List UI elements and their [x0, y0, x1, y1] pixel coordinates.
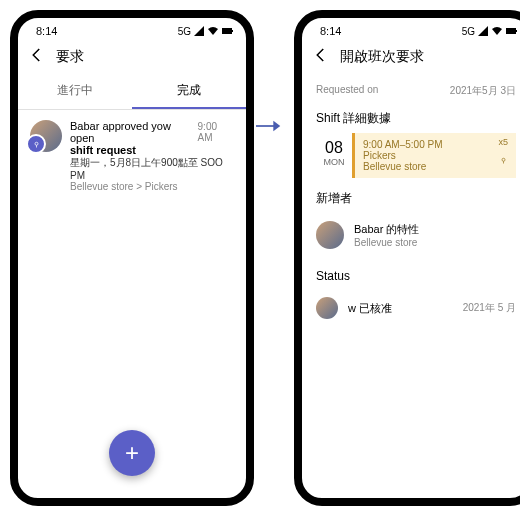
back-icon[interactable]	[312, 46, 330, 68]
status-row: w 已核准 2021年 5 月	[302, 289, 520, 327]
shift-row[interactable]: 08 MON 9:00 AM–5:00 PM Pickers Bellevue …	[302, 133, 520, 178]
clock: 8:14	[36, 25, 57, 37]
item-line2: shift request	[70, 144, 234, 156]
status-date: 2021年 5 月	[463, 301, 516, 315]
phone-left: 8:14 5G 要求 進行中 完成 Babar approved yow ope…	[10, 10, 254, 506]
page-title: 要求	[56, 48, 84, 66]
requested-on-date: 2021年5月 3日	[450, 84, 516, 98]
page-title: 開啟班次要求	[340, 48, 424, 66]
item-line4: Bellevue store > Pickers	[70, 181, 234, 192]
svg-rect-0	[222, 28, 232, 34]
fab-add[interactable]: +	[109, 430, 155, 476]
plus-icon: +	[125, 439, 139, 467]
tab-done[interactable]: 完成	[132, 74, 246, 109]
shift-count: x5	[498, 137, 508, 147]
status-bar: 8:14 5G	[302, 18, 520, 40]
shift-card: 9:00 AM–5:00 PM Pickers Bellevue store x…	[352, 133, 516, 178]
shift-store: Bellevue store	[363, 161, 508, 172]
status-icons: 5G	[178, 26, 234, 37]
svg-rect-4	[506, 28, 516, 34]
item-body: Babar approved yow open 9:00 AM shift re…	[70, 120, 234, 192]
requested-on-label: Requested on	[316, 84, 378, 98]
status-label: Status	[302, 257, 520, 289]
added-by-label: 新增者	[302, 178, 520, 213]
clock: 8:14	[320, 25, 341, 37]
signal-icon	[194, 26, 204, 36]
avatar	[30, 120, 62, 152]
svg-rect-5	[516, 30, 517, 32]
battery-icon	[506, 27, 518, 35]
added-by-row[interactable]: Babar 的特性 Bellevue store	[302, 213, 520, 257]
avatar	[316, 297, 338, 319]
shift-section-title: Shift 詳細數據	[302, 98, 520, 133]
item-line1: Babar approved yow open	[70, 120, 198, 144]
request-item[interactable]: Babar approved yow open 9:00 AM shift re…	[18, 110, 246, 202]
back-icon[interactable]	[28, 46, 46, 68]
wifi-icon	[491, 26, 503, 36]
tab-inprogress[interactable]: 進行中	[18, 74, 132, 109]
phone-right: 8:14 5G 開啟班次要求 Requested on 2021年5月 3日 S…	[294, 10, 520, 506]
item-time: 9:00 AM	[198, 121, 234, 143]
item-line3: 星期一，5月8日上午900點至 SOO PM	[70, 156, 234, 181]
avatar	[316, 221, 344, 249]
pin-icon	[499, 151, 508, 169]
status-icons: 5G	[462, 26, 518, 37]
signal-icon	[478, 26, 488, 36]
status-text: w 已核准	[348, 301, 392, 316]
svg-point-2	[35, 142, 38, 145]
added-by-text: Babar 的特性 Bellevue store	[354, 222, 419, 248]
header: 要求	[18, 40, 246, 74]
requested-on-row: Requested on 2021年5月 3日	[302, 74, 520, 98]
shift-time: 9:00 AM–5:00 PM	[363, 139, 508, 150]
shift-date: 08 MON	[316, 133, 352, 178]
svg-rect-1	[232, 30, 233, 32]
wifi-icon	[207, 26, 219, 36]
shift-group: Pickers	[363, 150, 508, 161]
header: 開啟班次要求	[302, 40, 520, 74]
status-bar: 8:14 5G	[18, 18, 246, 40]
openshift-badge-icon	[26, 134, 46, 154]
tabs: 進行中 完成	[18, 74, 246, 110]
battery-icon	[222, 27, 234, 35]
svg-point-6	[502, 158, 505, 161]
